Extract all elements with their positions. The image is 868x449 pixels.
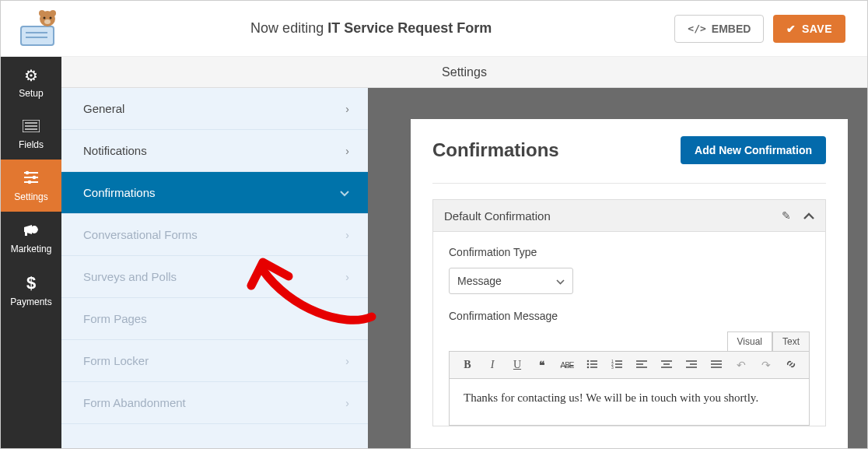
- editor-toolbar: B I U ❝ ABE 123: [449, 351, 810, 379]
- redo-button[interactable]: ↷: [759, 359, 773, 371]
- chevron-down-icon: [340, 187, 349, 199]
- chevron-right-icon: ›: [345, 145, 349, 157]
- main-layout: ⚙ Setup Fields Settings Marketing $ Paym…: [1, 57, 867, 448]
- align-right-button[interactable]: [684, 359, 698, 371]
- confirmation-accordion: Default Confirmation ✎ Confirmation Type: [432, 199, 826, 426]
- nav-marketing[interactable]: Marketing: [1, 212, 61, 264]
- chevron-right-icon: ›: [345, 229, 349, 241]
- chevron-down-icon: [556, 275, 565, 287]
- svg-point-16: [33, 176, 37, 180]
- nav-settings[interactable]: Settings: [1, 160, 61, 212]
- nav-label: Settings: [14, 191, 47, 202]
- svg-point-6: [44, 16, 46, 19]
- nav-setup[interactable]: ⚙ Setup: [1, 57, 61, 108]
- sublist-general[interactable]: General ›: [61, 88, 368, 130]
- nav-label: Payments: [10, 296, 51, 307]
- pencil-icon[interactable]: ✎: [782, 209, 791, 222]
- sublist-label: Confirmations: [83, 186, 156, 199]
- svg-point-20: [587, 360, 590, 363]
- svg-point-14: [26, 171, 30, 175]
- svg-point-22: [587, 363, 590, 366]
- svg-text:3: 3: [611, 365, 614, 369]
- chevron-right-icon: ›: [345, 103, 349, 115]
- embed-button[interactable]: </> EMBED: [674, 15, 764, 43]
- nav-rail: ⚙ Setup Fields Settings Marketing $ Paym…: [1, 57, 61, 448]
- italic-button[interactable]: I: [485, 359, 499, 371]
- sublist-form-locker[interactable]: Form Locker ›: [61, 340, 368, 382]
- confirmations-panel: Confirmations Add New Confirmation Defau…: [411, 119, 848, 448]
- select-value: Message: [457, 275, 502, 287]
- accordion-body: Confirmation Type Message Confirmation M…: [432, 232, 826, 426]
- strikethrough-button[interactable]: ABE: [560, 361, 574, 370]
- editing-prefix: Now editing: [250, 20, 327, 36]
- svg-rect-0: [21, 26, 54, 45]
- save-button[interactable]: ✔ SAVE: [773, 15, 845, 43]
- sublist-confirmations[interactable]: Confirmations: [61, 172, 368, 214]
- chevron-up-icon[interactable]: [803, 209, 814, 222]
- gear-icon: ⚙: [24, 68, 38, 83]
- sublist-notifications[interactable]: Notifications ›: [61, 130, 368, 172]
- nav-label: Setup: [19, 88, 43, 99]
- nav-label: Marketing: [11, 244, 52, 254]
- nav-fields[interactable]: Fields: [1, 108, 61, 160]
- align-justify-button[interactable]: [709, 359, 723, 371]
- editor-tab-text[interactable]: Text: [772, 331, 810, 351]
- app-logo: [7, 9, 68, 48]
- confirmation-type-label: Confirmation Type: [449, 246, 810, 258]
- content-pane: Confirmations Add New Confirmation Defau…: [368, 88, 867, 448]
- svg-point-8: [44, 19, 51, 24]
- underline-button[interactable]: U: [510, 359, 524, 371]
- numbered-list-button[interactable]: 123: [610, 359, 624, 371]
- confirmation-type-select[interactable]: Message: [449, 268, 573, 294]
- nav-label: Fields: [19, 139, 44, 150]
- align-left-button[interactable]: [635, 359, 649, 371]
- blockquote-button[interactable]: ❝: [535, 359, 549, 372]
- accordion-title: Default Confirmation: [444, 209, 551, 223]
- list-icon: [23, 119, 40, 135]
- sublist-label: Conversational Forms: [83, 228, 198, 241]
- code-icon: </>: [688, 23, 705, 34]
- sublist-label: Form Abandonment: [83, 396, 186, 409]
- accordion-header[interactable]: Default Confirmation ✎: [432, 199, 826, 232]
- chevron-right-icon: ›: [345, 271, 349, 283]
- svg-point-4: [39, 10, 45, 16]
- editor-content[interactable]: Thanks for contacting us! We will be in …: [449, 379, 810, 426]
- sublist-surveys-polls[interactable]: Surveys and Polls ›: [61, 256, 368, 298]
- link-button[interactable]: [784, 359, 798, 372]
- top-bar: Now editing IT Service Request Form </> …: [1, 1, 867, 57]
- form-name: IT Service Request Form: [327, 20, 492, 36]
- sublist-form-abandonment[interactable]: Form Abandonment ›: [61, 382, 368, 424]
- settings-sublist: General › Notifications › Confirmations …: [61, 88, 368, 448]
- confirmation-message-label: Confirmation Message: [449, 310, 810, 322]
- undo-button[interactable]: ↶: [734, 359, 748, 371]
- sublist-form-pages[interactable]: Form Pages ›: [61, 298, 368, 340]
- sublist-label: Surveys and Polls: [83, 270, 177, 283]
- svg-point-18: [28, 181, 32, 184]
- save-label: SAVE: [802, 23, 832, 35]
- svg-point-5: [50, 10, 56, 16]
- bold-button[interactable]: B: [460, 359, 474, 371]
- bullhorn-icon: [23, 223, 40, 239]
- sliders-icon: [23, 170, 40, 187]
- dollar-icon: $: [26, 275, 36, 292]
- align-center-button[interactable]: [660, 359, 674, 371]
- editor-tabs: Visual Text: [449, 331, 810, 351]
- bullet-list-button[interactable]: [585, 359, 599, 371]
- editing-title: Now editing IT Service Request Form: [68, 20, 674, 37]
- chevron-right-icon: ›: [345, 313, 349, 325]
- chevron-right-icon: ›: [345, 397, 349, 409]
- sublist-conversational-forms[interactable]: Conversational Forms ›: [61, 214, 368, 256]
- sublist-label: Notifications: [83, 144, 147, 157]
- sublist-label: General: [83, 102, 124, 115]
- editor-tab-visual[interactable]: Visual: [727, 331, 772, 351]
- add-label: Add New Confirmation: [695, 144, 812, 156]
- svg-point-7: [50, 16, 52, 19]
- embed-label: EMBED: [712, 23, 751, 35]
- check-icon: ✔: [786, 23, 796, 35]
- chevron-right-icon: ›: [345, 355, 349, 367]
- nav-payments[interactable]: $ Payments: [1, 264, 61, 317]
- svg-point-24: [587, 367, 590, 369]
- sublist-label: Form Pages: [83, 312, 147, 325]
- panel-title: Confirmations: [432, 139, 559, 161]
- add-confirmation-button[interactable]: Add New Confirmation: [681, 136, 826, 164]
